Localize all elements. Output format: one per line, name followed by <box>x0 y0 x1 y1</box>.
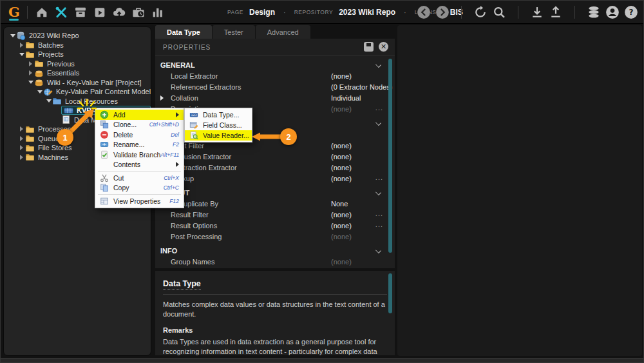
expanded-arrow-icon[interactable] <box>36 90 43 93</box>
menu-item-copy[interactable]: CopyCtrl+C <box>95 183 184 193</box>
menu-item-clone[interactable]: Clone...Ctrl+Shift+D <box>95 120 184 130</box>
submenu-item-field-class[interactable]: Field Class... <box>185 120 252 130</box>
tree-item-label: Batches <box>38 41 64 49</box>
properties-scrollbar[interactable] <box>388 59 392 253</box>
collapsed-arrow-icon[interactable] <box>18 155 25 160</box>
ellipsis-editor-icon[interactable]: ... <box>375 175 383 179</box>
forward-icon[interactable] <box>435 5 450 19</box>
close-icon[interactable]: ✕ <box>379 42 388 52</box>
property-value[interactable]: (none) <box>331 258 352 266</box>
repository-value[interactable]: 2023 Wiki Repo <box>339 8 395 17</box>
menu-item-contents[interactable]: Contents <box>95 160 184 170</box>
import-cloud-icon[interactable] <box>112 5 126 19</box>
property-value[interactable]: Individual <box>331 94 361 102</box>
help-icon[interactable]: ? <box>624 5 638 19</box>
expanded-arrow-icon[interactable] <box>27 81 34 84</box>
property-value[interactable]: (none) <box>331 72 352 80</box>
chevron-down-icon[interactable] <box>375 120 381 126</box>
property-value[interactable]: (none) <box>331 175 352 182</box>
collapsed-arrow-icon[interactable] <box>18 126 25 132</box>
tree-item-label: 2023 Wiki Repo <box>29 32 79 39</box>
page-value[interactable]: Design <box>249 8 275 17</box>
property-value[interactable]: (none) <box>331 164 352 172</box>
tree-item-key-value-pair-content-model[interactable]: Key-Value Pair Content Model <box>4 87 151 97</box>
section-header-general[interactable]: GENERAL <box>155 59 395 70</box>
ellipsis-editor-icon[interactable]: ... <box>375 84 383 88</box>
tree-item-wiki-key-value-pair-project[interactable]: Wiki - Key-Value Pair [Project] <box>4 78 151 88</box>
property-label: Collation <box>171 94 198 102</box>
collapsed-arrow-icon[interactable] <box>18 43 25 48</box>
ellipsis-editor-icon[interactable]: ... <box>375 211 383 215</box>
section-header-info[interactable]: INFO <box>155 245 395 256</box>
tab-data-type[interactable]: Data Type <box>155 25 212 39</box>
expanded-arrow-icon[interactable] <box>45 99 52 103</box>
menu-item-validate-branch[interactable]: Validate BranchAlt+F11 <box>95 150 184 160</box>
tree-item-label: Projects <box>38 50 64 58</box>
nav-icon-group <box>35 5 165 19</box>
property-value[interactable]: None <box>331 200 348 208</box>
database-icon[interactable] <box>587 5 601 19</box>
property-value[interactable]: (none) <box>331 233 352 240</box>
jobs-briefcase-icon[interactable] <box>131 5 146 19</box>
tree-item-essentials[interactable]: Essentials <box>4 68 151 78</box>
tree-item-projects[interactable]: Projects <box>4 50 151 59</box>
design-tools-icon[interactable] <box>54 5 68 19</box>
ellipsis-editor-icon[interactable]: ... <box>375 106 383 110</box>
tree-item-2023-wiki-repo[interactable]: 2023 Wiki Repo <box>4 31 151 41</box>
svg-text:?: ? <box>629 8 633 17</box>
menu-item-label: Cut <box>113 174 124 182</box>
back-icon[interactable] <box>417 5 431 19</box>
expanded-arrow-icon[interactable] <box>9 34 16 37</box>
top-bar: G PAGE Design · REPOSITORY 2023 Wiki <box>1 1 643 24</box>
property-section-info: INFOGroup Names(none) <box>155 245 395 267</box>
properties-panel: PROPERTIES ✕ GENERALLocal Extractor(none… <box>155 39 395 268</box>
user-icon[interactable] <box>605 5 620 19</box>
download-icon[interactable] <box>530 5 544 19</box>
batch-viewer-icon[interactable] <box>93 5 107 19</box>
property-value[interactable]: (none) <box>331 142 352 150</box>
doc-summary: Matches complex data values or data stru… <box>163 300 387 320</box>
collapsed-arrow-icon[interactable] <box>18 145 25 150</box>
chevron-down-icon[interactable] <box>375 248 381 253</box>
property-value[interactable]: (none) <box>331 222 352 230</box>
tree-item-local-resources[interactable]: Local Resources <box>4 97 151 106</box>
section-header-output[interactable]: OUTPUT <box>155 187 395 198</box>
tree-item-label: Key-Value Pair Content Model <box>56 88 151 95</box>
collapsed-arrow-icon[interactable] <box>27 61 34 66</box>
property-value[interactable]: (none) <box>331 153 352 161</box>
refresh-icon[interactable] <box>473 5 488 19</box>
submenu-item-value-reader[interactable]: Value Reader... <box>185 130 252 141</box>
tree-item-batches[interactable]: Batches <box>4 41 151 50</box>
property-value[interactable]: (none) <box>331 211 352 219</box>
project-icon <box>34 68 44 78</box>
property-value[interactable]: (none) <box>331 105 352 113</box>
menu-item-view-properties[interactable]: View PropertiesF12 <box>95 196 184 206</box>
tab-tester[interactable]: Tester <box>213 25 255 39</box>
menu-item-add[interactable]: Add <box>95 110 184 120</box>
property-row-referenced-extractors: Referenced Extractors(0 Extractor Nodes)… <box>155 81 395 92</box>
ellipsis-editor-icon[interactable]: ... <box>375 222 383 226</box>
chevron-down-icon[interactable] <box>375 190 381 195</box>
save-icon[interactable] <box>364 42 374 52</box>
menu-item-rename[interactable]: Rename...F2 <box>95 140 184 150</box>
doc-scrollbar[interactable] <box>388 273 392 313</box>
expand-arrow-icon[interactable] <box>160 95 164 101</box>
menu-item-shortcut: Ctrl+C <box>164 184 179 191</box>
tree-item-previous[interactable]: Previous <box>4 59 151 69</box>
home-icon[interactable] <box>35 5 49 19</box>
collapsed-arrow-icon[interactable] <box>27 70 34 75</box>
chevron-down-icon[interactable] <box>375 62 381 68</box>
property-value[interactable]: (0 Extractor Nodes) <box>331 83 392 91</box>
menu-item-cut[interactable]: CutCtrl+X <box>95 173 184 183</box>
stats-chart-icon[interactable] <box>151 5 165 19</box>
menu-item-shortcut: Alt+F11 <box>160 152 179 158</box>
submenu-item-data-type[interactable]: 123Data Type... <box>185 110 252 120</box>
expanded-arrow-icon[interactable] <box>18 53 25 56</box>
validate-icon <box>100 150 109 159</box>
tab-advanced[interactable]: Advanced <box>256 25 310 39</box>
upload-icon[interactable] <box>549 5 563 19</box>
collapsed-arrow-icon[interactable] <box>18 136 25 141</box>
batches-box-icon[interactable] <box>73 5 88 19</box>
search-icon[interactable] <box>492 5 506 19</box>
menu-item-delete[interactable]: DeleteDel <box>95 130 184 140</box>
